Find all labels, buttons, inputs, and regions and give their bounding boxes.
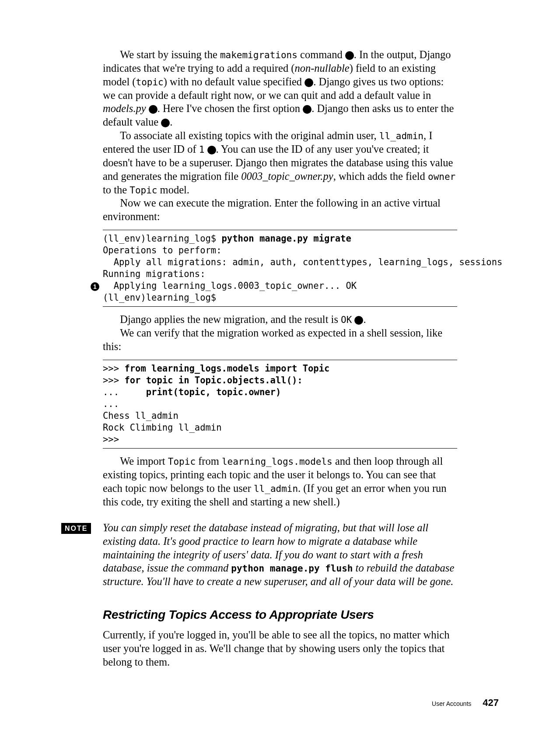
page-content: We start by issuing the makemigrations c… <box>103 48 457 669</box>
code-line: Applying learning_logs.0003_topic_owner.… <box>103 281 357 291</box>
code-line: Apply all migrations: admin, auth, conte… <box>103 257 502 267</box>
section-heading: Restricting Topics Access to Appropriate… <box>103 607 457 622</box>
text: Now we can execute the migration. Enter … <box>103 197 441 222</box>
code-bold: python manage.py migrate <box>222 233 351 244</box>
text: from <box>196 455 222 467</box>
code-inline: OK <box>341 315 352 325</box>
code-line: Operations to perform: <box>103 245 222 256</box>
callout-icon: 1 <box>91 282 99 291</box>
text: We can verify that the migration worked … <box>103 327 442 352</box>
paragraph-1: We start by issuing the makemigrations c… <box>103 48 457 129</box>
text: , which adds the field <box>333 170 428 182</box>
callout-6-icon: 6 <box>207 146 216 154</box>
paragraph-3: Now we can execute the migration. Enter … <box>103 196 457 224</box>
code-bold: for topic in Topic.objects.all(): <box>124 375 302 386</box>
code-line: (ll_env)learning_log$ <box>103 233 222 244</box>
callout-1-icon: 1 <box>345 51 354 60</box>
code-inline: owner <box>428 172 455 182</box>
chapter-name: User Accounts <box>432 700 471 707</box>
paragraph-2: To associate all existing topics with th… <box>103 129 457 196</box>
callout-3-icon: 3 <box>149 105 158 114</box>
italic-text: models.py <box>103 102 146 114</box>
paragraph-4: Django applies the new migration, and th… <box>103 313 457 326</box>
italic-text: 0003_topic_owner.py <box>241 170 333 182</box>
text: . <box>363 313 366 325</box>
code-listing-1: (ll_env)learning_log$ python manage.py m… <box>103 230 457 307</box>
text: Currently, if you're logged in, you'll b… <box>103 629 449 668</box>
note-text: You can simply reset the database instea… <box>103 521 457 589</box>
text: to the <box>103 184 130 196</box>
text: . Here I've chosen the first option <box>158 102 303 114</box>
text: model. <box>157 184 189 196</box>
callout-marker-1: 1 <box>91 280 99 292</box>
code-inline: topic <box>136 77 164 88</box>
text <box>204 143 207 155</box>
code-line: Running migrations: <box>103 269 206 279</box>
callout-1-icon: 1 <box>354 316 363 325</box>
callout-4-icon: 4 <box>303 105 312 114</box>
code-line: >>> <box>103 375 124 386</box>
text: To associate all existing topics with th… <box>120 130 379 141</box>
code-listing-2: >>> from learning_logs.models import Top… <box>103 360 457 449</box>
text <box>146 102 149 114</box>
code-block: >>> from learning_logs.models import Top… <box>103 360 457 449</box>
note-label: NOTE <box>61 523 91 534</box>
code-line: >>> <box>103 363 124 374</box>
paragraph-7: Currently, if you're logged in, you'll b… <box>103 628 457 669</box>
note-block: NOTE You can simply reset the database i… <box>103 521 457 589</box>
paragraph-6: We import Topic from learning_logs.model… <box>103 455 457 509</box>
code-inline: ll_admin <box>254 484 298 494</box>
text: ) with no default value specified <box>164 76 304 88</box>
code-inline: python manage.py flush <box>231 563 353 574</box>
paragraph-5: We can verify that the migration worked … <box>103 326 457 354</box>
callout-5-icon: 5 <box>161 119 170 127</box>
code-inline: ll_admin <box>379 131 424 141</box>
code-line: Chess ll_admin <box>103 410 178 421</box>
italic-text: non-nullable <box>294 62 349 74</box>
text: . <box>170 116 172 128</box>
code-bold: print(topic, topic.owner) <box>146 387 281 397</box>
code-bold: from learning_logs.models import Topic <box>124 363 329 374</box>
code-line: (ll_env)learning_log$ <box>103 292 216 303</box>
code-line: ... <box>103 387 146 397</box>
code-line: >>> <box>103 434 119 445</box>
code-block: (ll_env)learning_log$ python manage.py m… <box>103 230 457 307</box>
callout-2-icon: 2 <box>304 78 313 87</box>
code-line: Rock Climbing ll_admin <box>103 422 222 433</box>
page-footer: User Accounts427 <box>432 697 499 708</box>
code-inline: Topic <box>130 185 157 196</box>
text: command <box>298 49 345 60</box>
text: We import <box>120 455 168 467</box>
text: Django applies the new migration, and th… <box>120 313 341 325</box>
code-inline: learning_logs.models <box>222 456 332 467</box>
code-inline: Topic <box>168 456 196 467</box>
page-number: 427 <box>483 697 499 708</box>
code-inline: makemigrations <box>220 50 298 60</box>
code-line: ... <box>103 399 119 409</box>
page: We start by issuing the makemigrations c… <box>0 0 560 740</box>
code-inline: 1 <box>199 144 205 155</box>
text: We start by issuing the <box>120 49 220 60</box>
